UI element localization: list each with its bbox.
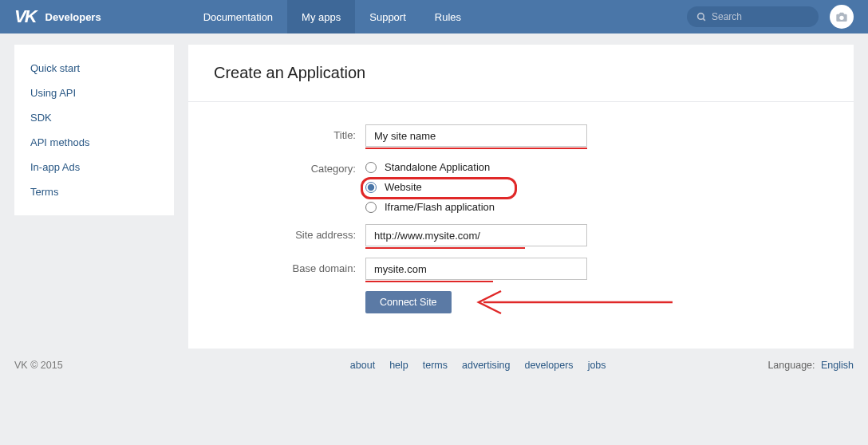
connect-site-button[interactable]: Connect Site: [365, 291, 452, 313]
sidebar-item-api-methods[interactable]: API methods: [14, 130, 174, 155]
brand-label: Developers: [45, 11, 101, 23]
camera-icon: [835, 11, 848, 22]
label-base-domain: Base domain:: [214, 258, 365, 274]
annotation-arrow-icon: [469, 286, 677, 318]
header-bar: VK Developers Documentation My apps Supp…: [0, 0, 868, 33]
label-site-address: Site address:: [214, 224, 365, 241]
page-title: Create an Application: [188, 45, 854, 102]
radio-group-category: Standalone Application Website Iframe/Fl…: [365, 158, 828, 213]
footer-links: about help terms advertising developers …: [188, 360, 767, 371]
search-box[interactable]: [687, 6, 819, 27]
label-title: Title:: [214, 124, 365, 141]
nav-my-apps[interactable]: My apps: [287, 0, 355, 33]
footer-link-advertising[interactable]: advertising: [462, 360, 510, 371]
radio-iframe[interactable]: Iframe/Flash application: [365, 201, 828, 213]
content-panel: Create an Application Title: Category:: [188, 45, 854, 349]
radio-website[interactable]: Website: [365, 181, 828, 193]
nav-rules[interactable]: Rules: [420, 0, 475, 33]
footer-language: Language: English: [767, 360, 854, 371]
label-category: Category:: [214, 158, 365, 175]
svg-point-0: [698, 13, 704, 19]
search-icon: [696, 12, 707, 22]
footer-link-jobs[interactable]: jobs: [588, 360, 606, 371]
footer-link-help[interactable]: help: [389, 360, 408, 371]
sidebar: Quick start Using API SDK API methods In…: [14, 45, 174, 215]
footer-language-select[interactable]: English: [821, 360, 854, 371]
sidebar-item-sdk[interactable]: SDK: [14, 105, 174, 130]
input-site-address[interactable]: [365, 224, 587, 246]
sidebar-item-quick-start[interactable]: Quick start: [14, 56, 174, 81]
create-app-form: Title: Category: Standalone Application: [188, 102, 854, 349]
sidebar-item-terms[interactable]: Terms: [14, 179, 174, 204]
footer: VK © 2015 about help terms advertising d…: [0, 349, 868, 395]
footer-link-terms[interactable]: terms: [423, 360, 448, 371]
radio-standalone[interactable]: Standalone Application: [365, 161, 828, 173]
svg-point-2: [839, 16, 843, 20]
svg-line-1: [703, 18, 705, 21]
input-title[interactable]: [365, 124, 587, 147]
camera-avatar[interactable]: [830, 5, 854, 29]
nav-documentation[interactable]: Documentation: [189, 0, 287, 33]
annotation-underline-base: [365, 281, 493, 282]
sidebar-item-inapp-ads[interactable]: In-app Ads: [14, 155, 174, 179]
footer-copyright: VK © 2015: [14, 360, 188, 371]
vk-logo-icon: VK: [14, 6, 36, 27]
nav-support[interactable]: Support: [355, 0, 420, 33]
annotation-underline-title: [365, 148, 587, 149]
footer-link-about[interactable]: about: [350, 360, 375, 371]
annotation-underline-site: [365, 247, 525, 249]
search-input[interactable]: [712, 11, 807, 22]
input-base-domain[interactable]: [365, 258, 587, 280]
top-nav: Documentation My apps Support Rules: [189, 0, 475, 33]
sidebar-item-using-api[interactable]: Using API: [14, 81, 174, 105]
logo-wrap[interactable]: VK Developers: [14, 6, 101, 27]
footer-link-developers[interactable]: developers: [524, 360, 573, 371]
